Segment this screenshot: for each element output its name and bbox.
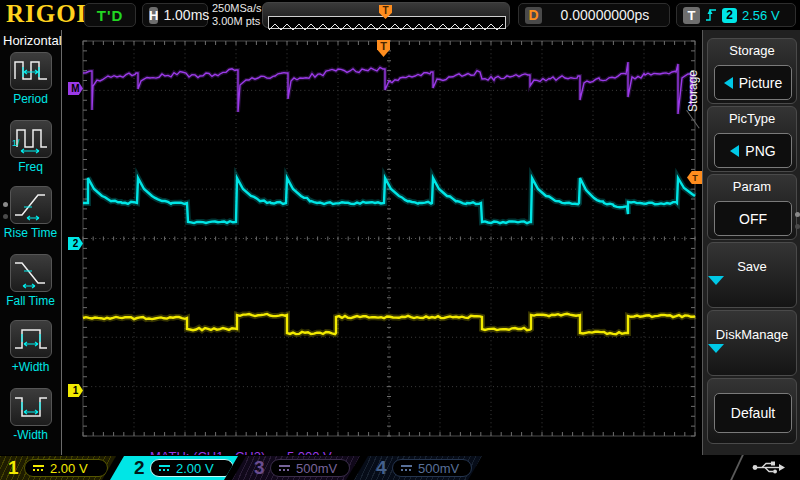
- menu-item-label: +Width: [0, 360, 61, 374]
- delay-badge[interactable]: D 0.00000000ps: [518, 3, 670, 27]
- arrow-left-icon: [730, 145, 739, 157]
- rigol-logo: RIGOL: [6, 0, 94, 28]
- rising-edge-icon: [705, 7, 717, 23]
- dc-coupling-icon: [159, 465, 170, 471]
- rise-time-icon: [10, 186, 52, 224]
- top-status-bar: RIGOL T'D H 1.00ms 250MSa/s 3.00M pts T …: [0, 0, 800, 30]
- trigger-source-badge: 2: [722, 8, 737, 23]
- menu-item-param[interactable]: Param OFF: [707, 174, 797, 240]
- trigger-key-icon: T: [683, 7, 700, 24]
- trigger-status-badge: T'D: [84, 3, 136, 27]
- storage-menu-panel: Storage Picture PicType PNG Param OFF Sa…: [702, 30, 800, 456]
- menu-item-period[interactable]: Period: [0, 52, 61, 106]
- ch4-scale: 500mV: [418, 461, 459, 476]
- freq-icon: 1/: [10, 120, 52, 158]
- timebase-value: 1.00ms: [163, 7, 209, 23]
- channel-status-bar: 1 2.00 V 2 2.00 V 3 500mV 4 500mV: [0, 455, 800, 480]
- menu-item-label: Rise Time: [0, 226, 61, 240]
- plus-width-icon: [10, 320, 52, 358]
- memory-depth: 3.00M pts: [212, 15, 262, 28]
- page-indicator-dot: [3, 214, 8, 219]
- delay-key-icon: D: [528, 7, 538, 23]
- dc-coupling-icon: [33, 465, 44, 471]
- period-icon: [10, 52, 52, 90]
- acquisition-info: 250MSa/s 3.00M pts: [212, 2, 262, 28]
- arrow-down-icon: [708, 344, 724, 370]
- bottom-bar-divider: [730, 455, 744, 480]
- menu-item-label: Freq: [0, 160, 61, 174]
- channel-badge-ch1[interactable]: 1 2.00 V: [0, 456, 116, 480]
- ch3-scale: 500mV: [296, 461, 337, 476]
- menu-item-default[interactable]: Default: [707, 378, 797, 444]
- menu-item-rise-time[interactable]: Rise Time: [0, 186, 61, 240]
- graticule-and-traces: [62, 30, 702, 456]
- menu-item-storage-type[interactable]: Storage Picture: [707, 38, 797, 104]
- fall-time-icon: [10, 254, 52, 292]
- ch2-scale: 2.00 V: [176, 461, 214, 476]
- menu-item-label: Period: [0, 92, 61, 106]
- usb-icon: [752, 460, 786, 475]
- horizontal-measure-menu: Horizontal Period 1/ Freq Rise Time: [0, 30, 62, 455]
- horizontal-key-icon: H: [149, 7, 158, 24]
- memory-waveform-strip: [268, 16, 506, 29]
- channel-badge-ch3[interactable]: 3 500mV: [232, 456, 360, 480]
- svg-text:1/: 1/: [12, 138, 20, 148]
- channel-badge-ch4[interactable]: 4 500mV: [354, 456, 482, 480]
- waveform-position-bar[interactable]: T: [262, 2, 510, 28]
- page-indicator-dot: [3, 202, 8, 207]
- ch1-scale: 2.00 V: [50, 461, 88, 476]
- delay-value: 0.00000000ps: [561, 7, 650, 23]
- dc-coupling-icon: [401, 465, 412, 471]
- arrow-left-icon: [724, 77, 733, 89]
- page-indicator-dot: [795, 212, 800, 217]
- timebase-badge[interactable]: H 1.00ms: [142, 3, 208, 27]
- menu-item-fall-time[interactable]: Fall Time: [0, 254, 61, 308]
- dc-coupling-icon: [279, 465, 290, 471]
- menu-item-minus-width[interactable]: -Width: [0, 388, 61, 442]
- channel-badge-ch2[interactable]: 2 2.00 V: [110, 456, 238, 480]
- trigger-status-text: T'D: [97, 7, 124, 24]
- right-menu-tab: Storage: [686, 38, 700, 112]
- trigger-badge[interactable]: T 2 2.56 V: [676, 3, 796, 27]
- menu-item-pictype[interactable]: PicType PNG: [707, 106, 797, 172]
- sample-rate: 250MSa/s: [212, 2, 262, 15]
- menu-item-label: -Width: [0, 428, 61, 442]
- page-indicator-dot: [795, 224, 800, 229]
- menu-item-label: Fall Time: [0, 294, 61, 308]
- menu-item-freq[interactable]: 1/ Freq: [0, 120, 61, 174]
- left-menu-title: Horizontal: [3, 33, 62, 48]
- trigger-level-value: 2.56 V: [742, 8, 780, 23]
- arrow-down-icon: [708, 276, 724, 302]
- menu-item-plus-width[interactable]: +Width: [0, 320, 61, 374]
- menu-item-save[interactable]: Save: [707, 242, 797, 308]
- waveform-display-area: M 2 1 T T MATH: (CH1 - CH2) 5.000 V Freq…: [62, 30, 702, 456]
- minus-width-icon: [10, 388, 52, 426]
- menu-item-diskmanage[interactable]: DiskManage: [707, 310, 797, 376]
